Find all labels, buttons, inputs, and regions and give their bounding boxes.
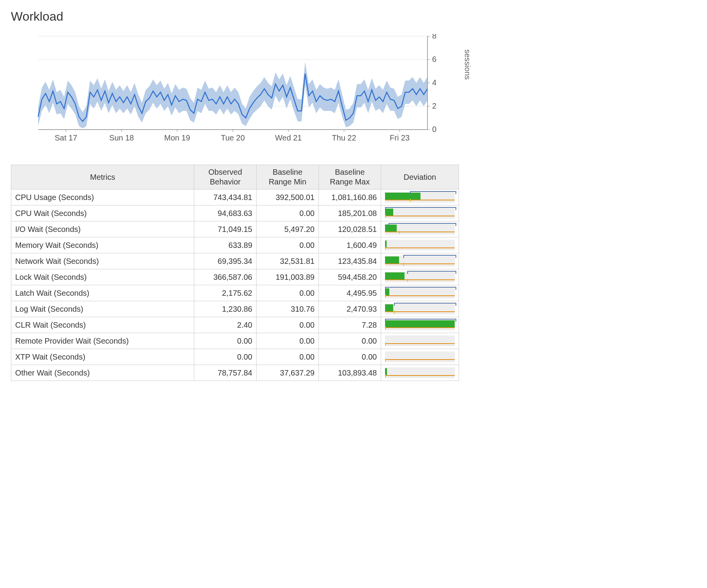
metric-name: CPU Usage (Seconds) <box>11 190 194 205</box>
metric-min: 0.00 <box>257 333 319 349</box>
chart-y-axis-label: sessions <box>463 49 472 80</box>
deviation-cell <box>381 365 459 381</box>
deviation-baseline <box>385 343 455 346</box>
table-row[interactable]: XTP Wait (Seconds)0.000.000.00 <box>11 349 459 365</box>
deviation-baseline <box>385 263 455 266</box>
metric-max: 4,495.95 <box>319 285 381 301</box>
deviation-cell <box>381 190 459 205</box>
metric-min: 310.76 <box>257 301 319 317</box>
header-baseline-max[interactable]: Baseline Range Max <box>319 165 381 190</box>
metric-name: Memory Wait (Seconds) <box>11 237 194 253</box>
svg-text:Thu 22: Thu 22 <box>332 133 356 142</box>
deviation-baseline <box>385 375 455 377</box>
table-row[interactable]: Log Wait (Seconds)1,230.86310.762,470.93 <box>11 301 459 317</box>
metric-max: 1,600.49 <box>319 237 381 253</box>
deviation-baseline-tick <box>385 295 386 298</box>
deviation-baseline-tick <box>407 279 408 282</box>
metric-max: 594,458.20 <box>319 269 381 285</box>
svg-text:6: 6 <box>432 55 436 63</box>
deviation-cell <box>381 205 459 221</box>
deviation-cell <box>381 317 459 333</box>
metric-observed: 0.00 <box>194 349 257 365</box>
deviation-baseline <box>385 311 455 314</box>
table-row[interactable]: Latch Wait (Seconds)2,175.620.004,495.95 <box>11 285 459 301</box>
workload-chart-container: 02468Sat 17Sun 18Mon 19Tue 20Wed 21Thu 2… <box>36 34 448 151</box>
deviation-baseline <box>385 216 455 218</box>
deviation-baseline-tick <box>399 231 400 234</box>
deviation-bracket <box>385 207 456 210</box>
table-row[interactable]: CPU Usage (Seconds)743,434.81392,500.011… <box>11 190 459 205</box>
metric-max: 0.00 <box>319 349 381 365</box>
deviation-baseline-tick <box>385 358 386 362</box>
metric-max: 103,893.48 <box>319 365 381 381</box>
metric-name: Latch Wait (Seconds) <box>11 285 194 301</box>
deviation-baseline <box>385 295 455 298</box>
page-title: Workload <box>11 9 696 24</box>
metric-name: Other Wait (Seconds) <box>11 365 194 381</box>
deviation-bracket <box>385 319 456 322</box>
deviation-baseline <box>385 232 455 234</box>
metric-observed: 71,049.15 <box>194 221 257 237</box>
header-observed[interactable]: Observed Behavior <box>194 165 257 190</box>
metric-name: CPU Wait (Seconds) <box>11 205 194 221</box>
metric-max: 120,028.51 <box>319 221 381 237</box>
svg-text:Sun 18: Sun 18 <box>109 133 134 142</box>
deviation-cell <box>381 237 459 253</box>
metric-max: 0.00 <box>319 333 381 349</box>
table-row[interactable]: Lock Wait (Seconds)366,587.06191,003.895… <box>11 269 459 285</box>
metric-min: 0.00 <box>257 237 319 253</box>
metric-max: 123,435.84 <box>319 253 381 269</box>
metric-max: 1,081,160.86 <box>319 190 381 205</box>
deviation-baseline <box>385 247 455 250</box>
metric-observed: 0.00 <box>194 333 257 349</box>
table-row[interactable]: Network Wait (Seconds)69,395.3432,531.81… <box>11 253 459 269</box>
metric-observed: 633.89 <box>194 237 257 253</box>
deviation-baseline-tick <box>394 311 395 314</box>
deviation-bracket <box>394 303 456 306</box>
svg-text:Sat 17: Sat 17 <box>55 133 77 142</box>
metric-observed: 94,683.63 <box>194 205 257 221</box>
table-row[interactable]: Other Wait (Seconds)78,757.8437,637.2910… <box>11 365 459 381</box>
deviation-baseline <box>385 327 455 330</box>
deviation-bracket <box>403 255 456 258</box>
metric-name: I/O Wait (Seconds) <box>11 221 194 237</box>
svg-text:4: 4 <box>432 78 436 87</box>
table-row[interactable]: Remote Provider Wait (Seconds)0.000.000.… <box>11 333 459 349</box>
metric-name: XTP Wait (Seconds) <box>11 349 194 365</box>
deviation-bar <box>385 272 405 279</box>
deviation-cell <box>381 301 459 317</box>
deviation-baseline-tick <box>385 326 386 330</box>
deviation-baseline-tick <box>385 247 386 250</box>
table-row[interactable]: I/O Wait (Seconds)71,049.155,497.20120,0… <box>11 221 459 237</box>
metric-observed: 69,395.34 <box>194 253 257 269</box>
metric-min: 5,497.20 <box>257 221 319 237</box>
deviation-cell <box>381 349 459 365</box>
deviation-bar <box>385 304 393 311</box>
table-row[interactable]: Memory Wait (Seconds)633.890.001,600.49 <box>11 237 459 253</box>
deviation-baseline-tick <box>385 342 386 346</box>
metric-name: Network Wait (Seconds) <box>11 253 194 269</box>
workload-chart[interactable]: 02468Sat 17Sun 18Mon 19Tue 20Wed 21Thu 2… <box>36 34 448 151</box>
deviation-bracket <box>410 191 456 194</box>
header-metrics[interactable]: Metrics <box>11 165 194 190</box>
deviation-cell <box>381 269 459 285</box>
svg-text:2: 2 <box>432 102 436 110</box>
metric-max: 7.28 <box>319 317 381 333</box>
metric-name: Remote Provider Wait (Seconds) <box>11 333 194 349</box>
svg-text:Wed 21: Wed 21 <box>275 133 302 142</box>
svg-text:Tue 20: Tue 20 <box>221 133 245 142</box>
metric-min: 0.00 <box>257 317 319 333</box>
deviation-baseline-tick <box>385 215 386 218</box>
metric-observed: 2.40 <box>194 317 257 333</box>
table-header-row: Metrics Observed Behavior Baseline Range… <box>11 165 459 190</box>
header-deviation[interactable]: Deviation <box>381 165 459 190</box>
deviation-bar <box>385 256 399 263</box>
table-row[interactable]: CLR Wait (Seconds)2.400.007.28 <box>11 317 459 333</box>
deviation-cell <box>381 333 459 349</box>
metric-name: Lock Wait (Seconds) <box>11 269 194 285</box>
header-baseline-min[interactable]: Baseline Range Min <box>257 165 319 190</box>
deviation-cell <box>381 285 459 301</box>
table-row[interactable]: CPU Wait (Seconds)94,683.630.00185,201.0… <box>11 205 459 221</box>
deviation-baseline-tick <box>410 199 411 202</box>
metric-observed: 78,757.84 <box>194 365 257 381</box>
